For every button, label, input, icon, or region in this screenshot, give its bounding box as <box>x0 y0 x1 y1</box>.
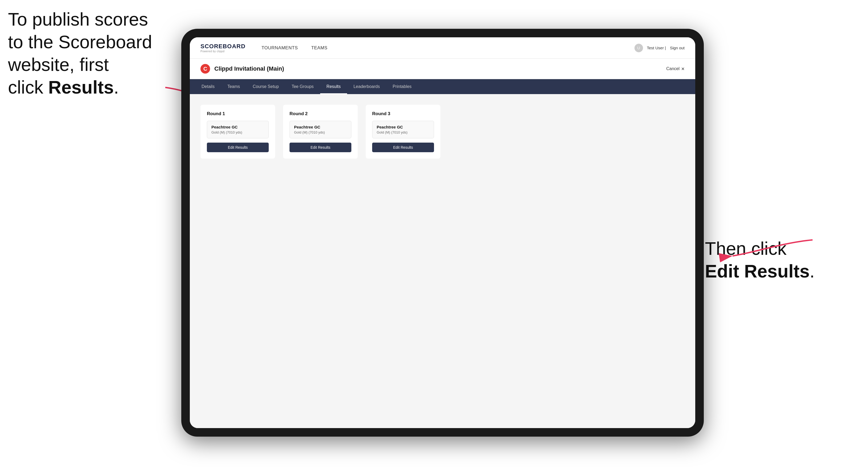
instruction-edit-results-bold: Edit Results <box>705 261 810 281</box>
instruction-right: Then click Edit Results. <box>705 237 815 283</box>
tab-details[interactable]: Details <box>195 79 221 94</box>
tournament-name: Clippd Invitational (Main) <box>214 65 284 72</box>
instruction-left: To publish scores to the Scoreboard webs… <box>8 8 152 99</box>
round-1-edit-results-button[interactable]: Edit Results <box>207 143 269 152</box>
top-nav-right: U Test User | Sign out <box>634 44 685 52</box>
round-2-course-name: Peachtree GC <box>294 125 347 129</box>
top-nav: SCOREBOARD Powered by clippd TOURNAMENTS… <box>190 37 695 59</box>
clippd-c-icon: C <box>200 64 210 73</box>
tab-teams[interactable]: Teams <box>221 79 246 94</box>
nav-tournaments[interactable]: TOURNAMENTS <box>261 45 298 51</box>
logo-area: SCOREBOARD Powered by clippd <box>200 43 246 53</box>
round-1-course-details: Gold (M) (7010 yds) <box>211 130 264 134</box>
cancel-button[interactable]: Cancel ✕ <box>666 66 685 71</box>
logo-text: SCOREBOARD <box>200 43 246 50</box>
instruction-right-suffix: . <box>810 261 815 281</box>
tab-course-setup[interactable]: Course Setup <box>246 79 285 94</box>
user-name: Test User | <box>647 45 666 50</box>
instruction-line4-suffix: . <box>114 77 119 97</box>
round-1-course-card: Peachtree GC Gold (M) (7010 yds) <box>207 121 269 138</box>
instruction-results-bold: Results <box>48 77 114 97</box>
tablet-screen: SCOREBOARD Powered by clippd TOURNAMENTS… <box>190 37 695 428</box>
round-3-card: Round 3 Peachtree GC Gold (M) (7010 yds)… <box>366 105 440 159</box>
round-1-course-name: Peachtree GC <box>211 125 264 129</box>
instruction-line4-prefix: click <box>8 77 48 97</box>
instruction-then-click: Then click <box>705 238 786 258</box>
round-3-course-card: Peachtree GC Gold (M) (7010 yds) <box>372 121 434 138</box>
round-1-title: Round 1 <box>207 111 269 117</box>
round-3-course-name: Peachtree GC <box>377 125 430 129</box>
round-2-title: Round 2 <box>289 111 351 117</box>
round-2-course-details: Gold (M) (7010 yds) <box>294 130 347 134</box>
nav-teams[interactable]: TEAMS <box>311 45 328 51</box>
sign-out-link[interactable]: Sign out <box>670 45 685 50</box>
logo-sub: Powered by clippd <box>200 50 246 53</box>
nav-links: TOURNAMENTS TEAMS <box>261 45 634 51</box>
round-2-edit-results-button[interactable]: Edit Results <box>289 143 351 152</box>
tab-printables[interactable]: Printables <box>386 79 418 94</box>
tournament-title-row: C Clippd Invitational (Main) <box>200 64 284 73</box>
tournament-section: C Clippd Invitational (Main) Cancel ✕ <box>190 59 695 79</box>
round-3-edit-results-button[interactable]: Edit Results <box>372 143 434 152</box>
instruction-line1: To publish scores <box>8 9 148 29</box>
tablet-shell: SCOREBOARD Powered by clippd TOURNAMENTS… <box>181 29 704 437</box>
round-2-course-card: Peachtree GC Gold (M) (7010 yds) <box>289 121 351 138</box>
instruction-line3: website, first <box>8 54 109 75</box>
round-3-course-details: Gold (M) (7010 yds) <box>377 130 430 134</box>
round-3-title: Round 3 <box>372 111 434 117</box>
tab-results[interactable]: Results <box>320 79 347 94</box>
tab-leaderboards[interactable]: Leaderboards <box>347 79 386 94</box>
tab-tee-groups[interactable]: Tee Groups <box>285 79 320 94</box>
round-1-card: Round 1 Peachtree GC Gold (M) (7010 yds)… <box>200 105 275 159</box>
user-avatar: U <box>634 44 643 52</box>
tab-bar: Details Teams Course Setup Tee Groups Re… <box>190 79 695 94</box>
round-2-card: Round 2 Peachtree GC Gold (M) (7010 yds)… <box>283 105 358 159</box>
main-content: Round 1 Peachtree GC Gold (M) (7010 yds)… <box>190 94 695 428</box>
rounds-grid: Round 1 Peachtree GC Gold (M) (7010 yds)… <box>200 105 685 159</box>
instruction-line2: to the Scoreboard <box>8 32 152 52</box>
